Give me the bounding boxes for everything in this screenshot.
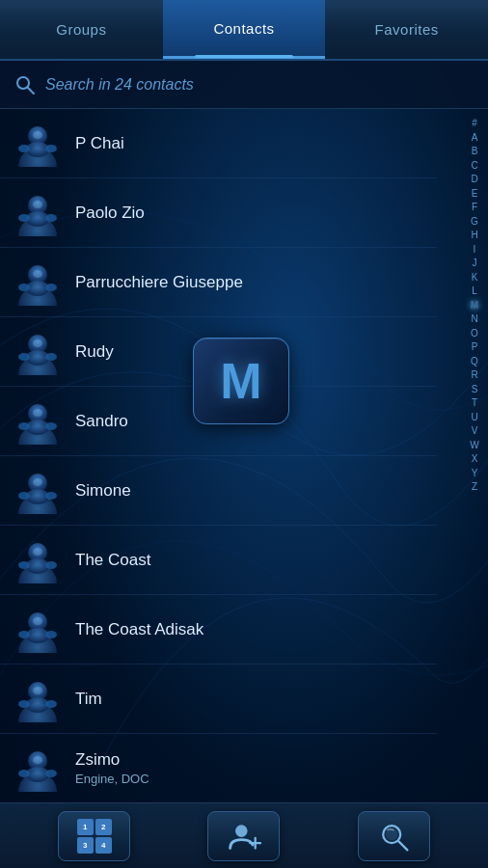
svg-point-54 xyxy=(45,700,57,708)
tab-bar: Groups Contacts Favorites xyxy=(0,0,488,61)
svg-point-17 xyxy=(18,284,30,291)
alpha-letter-I[interactable]: I xyxy=(461,243,488,258)
alpha-letter-D[interactable]: D xyxy=(461,173,488,187)
bottom-toolbar: 1 2 3 4 xyxy=(0,802,488,868)
alpha-letter-Z[interactable]: Z xyxy=(461,480,488,495)
contact-name: The Coast xyxy=(75,551,150,570)
contact-info: The Coast Adisak xyxy=(75,620,203,639)
num-2: 2 xyxy=(95,819,112,835)
alpha-letter-P[interactable]: P xyxy=(461,340,488,355)
contact-info: Simone xyxy=(75,481,131,501)
avatar xyxy=(14,259,61,306)
contact-list: P Chai Paolo Zio xyxy=(0,109,461,802)
alpha-letter-K[interactable]: K xyxy=(461,271,488,285)
alpha-letter-C[interactable]: C xyxy=(461,159,488,174)
avatar xyxy=(14,398,61,445)
contact-info: The Coast xyxy=(75,551,150,570)
search-bar[interactable]: Search in 24 contacts xyxy=(0,61,488,109)
contact-item[interactable]: Paolo Zio xyxy=(0,178,437,248)
alpha-letter-Q[interactable]: Q xyxy=(461,355,488,369)
svg-point-6 xyxy=(45,145,57,152)
contact-info: Parrucchiere Giuseppe xyxy=(75,273,243,292)
numbers-button[interactable]: 1 2 3 4 xyxy=(58,811,130,861)
alpha-letter-O[interactable]: O xyxy=(461,327,488,341)
search-magnifier-icon xyxy=(376,819,411,854)
avatar xyxy=(14,746,61,792)
tab-groups[interactable]: Groups xyxy=(0,0,163,59)
contact-name: Rudy xyxy=(75,342,114,362)
alpha-letter-W[interactable]: W xyxy=(461,439,488,453)
svg-point-19 xyxy=(33,270,42,278)
contact-list-wrap: P Chai Paolo Zio xyxy=(0,109,488,802)
alpha-letter-M[interactable]: M xyxy=(461,299,488,313)
svg-point-61 xyxy=(33,756,42,764)
num-1: 1 xyxy=(77,819,94,835)
contact-item[interactable]: The Coast Adisak xyxy=(0,595,437,665)
svg-point-42 xyxy=(45,561,57,569)
alpha-letter-hash[interactable]: # xyxy=(461,117,488,131)
svg-line-1 xyxy=(28,88,34,94)
num-grid: 1 2 3 4 xyxy=(77,819,112,854)
tab-contacts[interactable]: Contacts xyxy=(163,0,326,59)
contact-info: P Chai xyxy=(75,134,124,153)
alpha-letter-A[interactable]: A xyxy=(461,131,488,146)
svg-line-66 xyxy=(399,841,408,850)
contact-info: Tim xyxy=(75,690,102,709)
alpha-letter-H[interactable]: H xyxy=(461,229,488,243)
svg-point-60 xyxy=(45,770,57,777)
alpha-letter-V[interactable]: V xyxy=(461,424,488,439)
svg-point-7 xyxy=(33,131,42,139)
avatar xyxy=(14,468,61,514)
contact-item[interactable]: ZsimoEngine, DOC xyxy=(0,734,437,802)
svg-point-5 xyxy=(18,145,30,152)
contact-info: Rudy xyxy=(75,342,114,362)
alpha-letter-X[interactable]: X xyxy=(461,452,488,467)
alpha-letter-J[interactable]: J xyxy=(461,257,488,271)
contact-name: Tim xyxy=(75,690,102,709)
avatar xyxy=(14,676,61,722)
contact-item[interactable]: Parrucchiere Giuseppe xyxy=(0,248,437,317)
contact-item[interactable]: P Chai xyxy=(0,109,437,178)
svg-point-0 xyxy=(17,77,29,89)
svg-point-62 xyxy=(235,825,248,837)
svg-point-25 xyxy=(33,339,42,347)
alpha-letter-E[interactable]: E xyxy=(461,187,488,202)
alpha-letter-Y[interactable]: Y xyxy=(461,467,488,481)
tab-favorites[interactable]: Favorites xyxy=(325,0,488,59)
add-contact-button[interactable] xyxy=(207,811,280,861)
alpha-letter-G[interactable]: G xyxy=(461,215,488,230)
alpha-letter-U[interactable]: U xyxy=(461,411,488,425)
contact-name: Paolo Zio xyxy=(75,203,145,223)
svg-point-53 xyxy=(18,700,30,708)
contact-item[interactable]: The Coast xyxy=(0,526,437,595)
alpha-letter-L[interactable]: L xyxy=(461,285,488,299)
search-button[interactable] xyxy=(358,811,430,861)
search-icon xyxy=(14,74,36,95)
contact-name: Simone xyxy=(75,481,131,501)
contact-subtitle: Engine, DOC xyxy=(75,772,149,786)
m-popup-letter: M xyxy=(220,352,261,410)
contact-item[interactable]: Tim xyxy=(0,665,437,734)
alpha-letter-R[interactable]: R xyxy=(461,368,488,383)
alpha-letter-F[interactable]: F xyxy=(461,201,488,215)
contact-item[interactable]: Simone xyxy=(0,456,437,526)
svg-point-13 xyxy=(33,201,42,208)
svg-point-11 xyxy=(18,214,30,222)
alpha-letter-T[interactable]: T xyxy=(461,396,488,411)
svg-point-41 xyxy=(18,561,30,569)
svg-point-47 xyxy=(18,631,30,638)
alpha-letter-B[interactable]: B xyxy=(461,145,488,159)
svg-point-36 xyxy=(45,492,57,500)
contact-name: Sandro xyxy=(75,412,128,431)
avatar xyxy=(14,190,61,236)
avatar xyxy=(14,537,61,583)
avatar xyxy=(14,121,61,167)
contact-name: P Chai xyxy=(75,134,124,153)
svg-point-29 xyxy=(18,422,30,430)
search-placeholder: Search in 24 contacts xyxy=(45,76,194,94)
alpha-letter-N[interactable]: N xyxy=(461,312,488,327)
svg-point-37 xyxy=(33,478,42,486)
svg-point-35 xyxy=(18,492,30,500)
alpha-letter-S[interactable]: S xyxy=(461,383,488,397)
contact-info: Paolo Zio xyxy=(75,203,145,223)
